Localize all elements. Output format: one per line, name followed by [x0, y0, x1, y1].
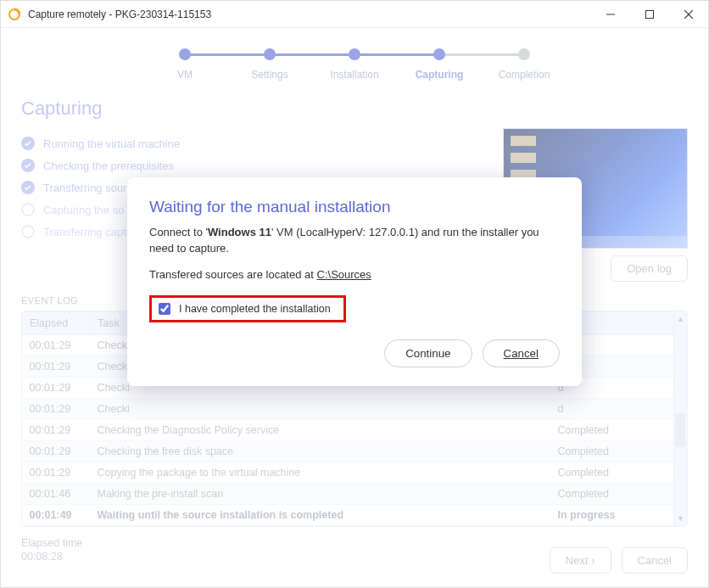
open-log-button[interactable]: Open log [611, 255, 688, 282]
cell-task: Checki [91, 399, 551, 420]
cancel-button[interactable]: Cancel [622, 547, 688, 574]
continue-button[interactable]: Continue [384, 339, 472, 367]
table-row: 00:01:29Checkid [23, 399, 687, 420]
page-title: Capturing [21, 98, 688, 120]
check-label: Transferring captu [43, 226, 132, 238]
cell-task: Waiting until the source installation is… [91, 505, 551, 526]
check-label: Capturing the so [43, 204, 124, 216]
dialog-cancel-button[interactable]: Cancel [483, 339, 561, 367]
cell-elapsed: 00:01:29 [23, 399, 91, 420]
dialog-message: Connect to 'Windows 11' VM (LocalHyperV:… [149, 225, 560, 257]
cell-status: Completed [551, 420, 687, 441]
wizard-stepper: VM Settings Installation Capturing Compl… [21, 48, 688, 81]
installation-complete-label[interactable]: I have completed the installation [179, 303, 331, 315]
cell-task: Checking the Diagnostic Policy service [91, 420, 551, 441]
step-label: Installation [330, 69, 378, 81]
installation-complete-checkbox[interactable] [159, 303, 170, 315]
cell-task: Making the pre-install scan [91, 484, 551, 505]
cell-status: Completed [551, 462, 687, 484]
check-label: Running the virtual machine [43, 137, 180, 150]
dialog-title: Waiting for the manual installation [149, 198, 560, 216]
table-row: 00:01:29Checking the Diagnostic Policy s… [23, 420, 687, 441]
table-row: 00:01:29Checking the free disk spaceComp… [23, 441, 687, 462]
scroll-down-icon[interactable]: ▼ [677, 514, 684, 523]
next-label: Next [566, 554, 589, 567]
app-logo-icon [8, 8, 21, 21]
cell-status: Completed [551, 441, 687, 462]
circle-icon [21, 203, 35, 216]
scroll-thumb[interactable] [675, 413, 685, 447]
check-item: Checking the prerequisites [21, 159, 489, 172]
cell-task: Checking the free disk space [91, 441, 551, 462]
scroll-up-icon[interactable]: ▲ [677, 315, 684, 323]
svg-rect-2 [646, 10, 654, 18]
vm-name: Windows 11 [208, 226, 271, 238]
cell-status: d [551, 399, 687, 420]
step-label: Settings [251, 69, 288, 81]
svg-point-8 [22, 204, 34, 216]
manual-install-dialog: Waiting for the manual installation Conn… [127, 177, 582, 386]
sources-path-link[interactable]: C:\Sources [317, 268, 371, 281]
chevron-right-icon: › [591, 554, 595, 567]
next-button[interactable]: Next › [550, 547, 611, 574]
step-vm: VM [142, 48, 227, 81]
dialog-cancel-label: Cancel [504, 347, 539, 360]
check-circle-icon [21, 181, 35, 194]
circle-icon [21, 225, 35, 238]
cell-task: Copying the package to the virtual machi… [91, 462, 551, 484]
dialog-sources-line: Transfered sources are located at C:\Sou… [149, 267, 560, 283]
installation-complete-checkbox-row[interactable]: I have completed the installation [149, 295, 346, 322]
step-label: Capturing [416, 69, 464, 81]
check-label: Checking the prerequisites [43, 160, 174, 172]
col-elapsed[interactable]: Elapsed [23, 312, 91, 335]
cell-elapsed: 00:01:29 [23, 420, 91, 441]
elapsed-label: Elapsed time [21, 537, 82, 549]
cell-elapsed: 00:01:49 [23, 505, 91, 526]
window-title: Capture remotely - PKG-230314-115153 [28, 8, 591, 20]
cell-status: In progress [551, 505, 687, 526]
cell-status: Completed [551, 484, 687, 505]
cell-elapsed: 00:01:29 [23, 378, 91, 399]
table-row: 00:01:29Copying the package to the virtu… [23, 462, 687, 484]
check-item: Running the virtual machine [21, 137, 489, 150]
table-scrollbar[interactable]: ▲ ▼ [673, 311, 687, 526]
check-circle-icon [21, 159, 35, 172]
cell-elapsed: 00:01:46 [23, 484, 91, 505]
minimize-button[interactable] [591, 1, 630, 28]
cell-elapsed: 00:01:29 [23, 441, 91, 462]
cell-elapsed: 00:01:29 [23, 335, 91, 356]
step-label: Completion [499, 69, 550, 81]
close-button[interactable] [669, 1, 708, 28]
svg-point-9 [22, 226, 34, 238]
cell-elapsed: 00:01:29 [23, 356, 91, 378]
cell-elapsed: 00:01:29 [23, 462, 91, 484]
step-label: VM [177, 69, 193, 81]
table-row: 00:01:49Waiting until the source install… [23, 505, 687, 526]
table-row: 00:01:46Making the pre-install scanCompl… [23, 484, 687, 505]
check-circle-icon [21, 137, 35, 150]
maximize-button[interactable] [630, 1, 669, 28]
titlebar: Capture remotely - PKG-230314-115153 [1, 1, 708, 28]
